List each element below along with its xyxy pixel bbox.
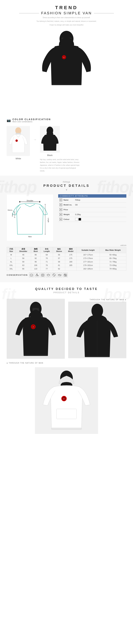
table-row: L56927057175173~176cm65~70kg bbox=[7, 256, 126, 260]
spec-key-weight: Weight bbox=[64, 214, 75, 216]
care-icon-wring bbox=[57, 272, 62, 277]
color-header: 📷 COLOR CLASSIFICATION More color combin… bbox=[7, 118, 126, 123]
th-weight: Max Rider Weight bbox=[100, 247, 126, 253]
spec-key-name: Name bbox=[64, 199, 75, 201]
th-length: 衣长Length bbox=[40, 247, 53, 253]
care-icon-tumble bbox=[63, 272, 68, 277]
care-icon-bleach bbox=[35, 272, 39, 277]
photos-grid-top: F THROUGH THE NATURE OF MAN ● bbox=[7, 299, 126, 359]
th-size: 尺码Size bbox=[7, 247, 16, 253]
svg-text:F: F bbox=[64, 398, 65, 400]
quality-subtitle: PRODUCT DETAILS bbox=[7, 292, 126, 294]
color-subtitle: More color combinations bbox=[12, 121, 51, 123]
svg-text:F: F bbox=[33, 326, 34, 328]
svg-line-42 bbox=[59, 274, 61, 276]
th-shoulder: 肩宽Shoulder bbox=[16, 247, 31, 253]
spec-val-model: G6 bbox=[75, 204, 78, 206]
photo-col-right-back: THROUGH THE NATURE OF MAN ● bbox=[68, 299, 126, 359]
care-icons: 30 bbox=[29, 272, 68, 277]
hero-model-svg: F bbox=[33, 28, 100, 111]
conservation-row: CONSERVATION 30 bbox=[7, 272, 126, 277]
black-label: Black bbox=[47, 154, 53, 156]
color-desc-text: Hip hop, cowboy wind, and the wind wind … bbox=[40, 158, 80, 172]
spec-icon-name: ■ bbox=[60, 198, 62, 201]
arrow-icon: → bbox=[33, 138, 37, 142]
black-model-svg bbox=[40, 126, 60, 153]
section-main-title: PRODUCT DETAILS bbox=[7, 184, 126, 188]
svg-text:F: F bbox=[64, 57, 65, 58]
swatch-white bbox=[75, 218, 78, 220]
photo-black-front: F bbox=[7, 299, 65, 359]
spec-row-colour: ■ Colour bbox=[58, 217, 126, 222]
hero-section: TREND FASHION SIMPLE VAN Dress according… bbox=[0, 0, 133, 115]
spec-icon-colour: ■ bbox=[60, 218, 62, 220]
care-icon-dryclean bbox=[52, 272, 56, 277]
th-height: Suitable height bbox=[76, 247, 100, 253]
color-item-white: Whtie bbox=[7, 126, 30, 160]
size-table-header-row: 尺码Size 肩宽Shoulder 胸围Bust 衣长Length 袖长Slee… bbox=[7, 247, 126, 253]
spec-val-name: Fithop bbox=[75, 199, 80, 201]
care-icon-iron bbox=[46, 272, 51, 277]
spec-val-weight: 0.33kg bbox=[75, 214, 81, 216]
table-row: XXL631067661185179~182cm73~83kg bbox=[7, 264, 126, 267]
svg-rect-65 bbox=[52, 428, 81, 430]
photos-grid-bottom: F bbox=[7, 367, 126, 434]
camera-icon: 📷 bbox=[7, 118, 11, 122]
color-section: 📷 COLOR CLASSIFICATION More color combin… bbox=[0, 115, 133, 176]
swatch-black bbox=[78, 218, 81, 220]
right-photo-label: THROUGH THE NATURE OF MAN ● bbox=[68, 299, 126, 300]
conservation-label: CONSERVATION bbox=[7, 274, 28, 276]
hero-desc1: Dress according to their own characteris… bbox=[0, 16, 133, 19]
size-table-section: unit:cm 尺码Size 肩宽Shoulder 胸围Bust 衣长Lengt… bbox=[7, 244, 126, 270]
table-row: M46866856175167~175cm55~65kg bbox=[7, 253, 126, 256]
care-icon-dry bbox=[40, 272, 45, 277]
hero-image-container: F bbox=[0, 28, 133, 111]
details-layout: Shoulder Bust Length Hem Sleeve bbox=[7, 194, 126, 241]
spec-icon-model: ■ bbox=[60, 204, 62, 206]
spec-key-price: Price bbox=[64, 208, 75, 210]
quality-header: QUALITY DECIDED TO TASTE PRODUCT DETAILS bbox=[7, 287, 126, 294]
svg-rect-7 bbox=[52, 84, 81, 85]
section-brand: fithop bbox=[7, 180, 126, 183]
care-icon-wash: 30 bbox=[29, 272, 34, 277]
table-row: 3XL661107762182~185cm79~85kg bbox=[7, 267, 126, 270]
svg-rect-53 bbox=[24, 354, 48, 356]
svg-rect-57 bbox=[85, 356, 110, 357]
photo-white-hoodie: F bbox=[35, 367, 98, 434]
color-title: COLOR CLASSIFICATION bbox=[12, 118, 51, 121]
th-sleeve: 袖长Sleeve bbox=[53, 247, 65, 253]
unit-label: unit:cm bbox=[7, 244, 126, 246]
specs-panel: COMMODITY ATTRIBUTE ■ Name Fithop ■ Mode… bbox=[58, 194, 126, 222]
svg-text:Hem: Hem bbox=[28, 236, 32, 238]
svg-text:Shoulder: Shoulder bbox=[27, 200, 33, 202]
spec-icon-price: ■ bbox=[60, 208, 62, 211]
photo-black-back bbox=[68, 302, 126, 358]
th-model: 模特Model bbox=[65, 247, 76, 253]
hero-desc3: I hope my design will make you more beau… bbox=[0, 24, 133, 26]
hero-trend-title: TREND bbox=[0, 5, 133, 10]
spec-colour-swatches bbox=[75, 218, 81, 220]
svg-text:Bust: Bust bbox=[12, 213, 13, 216]
black-back-svg bbox=[71, 302, 124, 358]
white-label: Whtie bbox=[15, 157, 21, 160]
hero-desc2: You belong to that kind, mature, sexy, o… bbox=[0, 20, 133, 23]
table-row: XL58967158180177~181cm71~78kg bbox=[7, 260, 126, 264]
size-table-body: M46866856175167~175cm55~65kgL56927057175… bbox=[7, 253, 126, 270]
svg-rect-36 bbox=[41, 274, 44, 276]
quality-title: QUALITY DECIDED TO TASTE bbox=[7, 287, 126, 291]
spec-row-weight: ■ Weight 0.33kg bbox=[58, 212, 126, 217]
hero-divider: FASHION SIMPLE VAN bbox=[0, 11, 133, 15]
svg-point-37 bbox=[42, 274, 43, 276]
color-item-black: Black bbox=[40, 126, 60, 156]
spec-row-model: ■ Model no. G6 bbox=[58, 202, 126, 207]
black-front-svg: F bbox=[9, 299, 62, 359]
product-details-section: fithop fithop fithop PRODUCT DETAILS ∨ bbox=[0, 176, 133, 282]
spec-row-price: ■ Price bbox=[58, 207, 126, 212]
specs-title: COMMODITY ATTRIBUTE bbox=[58, 194, 126, 198]
white-model-svg bbox=[7, 126, 30, 156]
svg-line-40 bbox=[53, 274, 55, 276]
svg-text:30: 30 bbox=[31, 274, 32, 276]
garment-diagram: Shoulder Bust Length Hem Sleeve bbox=[7, 194, 53, 241]
section-arrow: ∨ bbox=[7, 188, 126, 191]
photo-col-left-front: F bbox=[7, 299, 65, 359]
